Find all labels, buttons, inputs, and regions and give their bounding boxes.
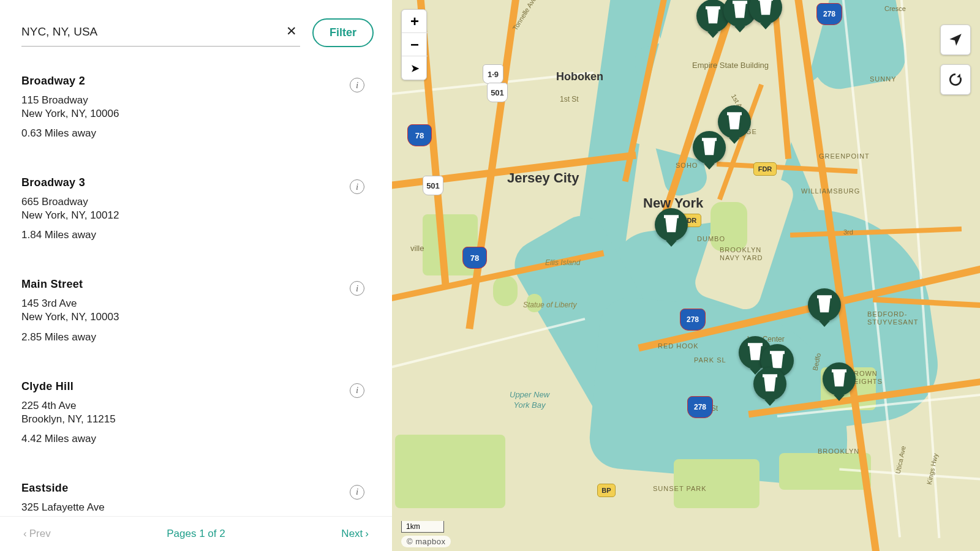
result-distance: 1.84 Miles away [21,229,371,241]
shield-501-b: 501 [423,176,443,195]
shield-i78-b: 78 [462,247,487,269]
result-item[interactable]: Main Street145 3rd AveNew York, NY, 1000… [21,257,371,358]
next-page-link[interactable]: Next › [341,528,369,540]
result-address: 325 Lafayette AveBrooklyn, NY, 11238 [21,501,371,516]
close-icon: ✕ [286,24,297,38]
refresh-button[interactable] [940,64,971,95]
info-icon: i [356,182,358,192]
compass-icon: ➤ [411,62,419,74]
map-scale: 1km [401,521,444,533]
zoom-in-button[interactable]: + [402,10,428,33]
result-address: 225 4th AveBrooklyn, NY, 11215 [21,399,371,426]
info-icon: i [356,80,358,91]
sidebar: ✕ Filter Broadway 2115 BroadwayNew York,… [0,0,392,551]
result-item[interactable]: Broadway 3665 BroadwayNew York, NY, 1001… [21,155,371,257]
map-label-redhook: RED HOOK [658,342,699,350]
shield-501-a: 501 [487,83,508,102]
map-label-3rd: 3rd [843,228,853,236]
map-label-williamsburg: WILLIAMSBURG [801,187,860,195]
result-name: Main Street [21,278,371,291]
result-name: Eastside [21,482,371,495]
map[interactable]: Jersey City Hoboken New York Empire Stat… [392,0,980,551]
info-button[interactable]: i [350,179,364,194]
shield-1-9: 1·9 [483,64,503,84]
locate-me-button[interactable] [940,24,971,55]
info-button[interactable]: i [350,78,364,92]
clear-search-button[interactable]: ✕ [286,24,297,39]
shield-i278-b: 278 [687,396,713,418]
search-row: ✕ Filter [0,0,392,47]
map-marker[interactable] [808,288,841,321]
result-name: Broadway 3 [21,176,371,189]
info-button[interactable]: i [350,383,364,398]
refresh-icon [948,72,963,88]
result-item[interactable]: Clyde Hill225 4th AveBrooklyn, NY, 11215… [21,359,371,460]
next-label: Next [341,528,363,540]
result-distance: 0.63 Miles away [21,127,371,140]
search-input[interactable] [21,19,300,47]
map-label-parksl: PARK SL [694,356,726,364]
minus-icon: − [410,36,419,53]
info-button[interactable]: i [350,485,364,500]
result-name: Broadway 2 [21,75,371,88]
result-name: Clyde Hill [21,380,371,393]
map-label-soho: SOHO [676,162,698,169]
plus-icon: + [410,13,419,30]
result-item[interactable]: Broadway 2115 BroadwayNew York, NY, 1000… [21,47,371,155]
map-zoom-control: + − ➤ [401,9,427,80]
map-label-sunset: SUNSET PARK [653,485,707,492]
map-marker[interactable] [753,367,786,400]
map-label-1st-st: 1st St [560,95,579,103]
map-marker[interactable] [823,362,856,395]
location-arrow-icon [948,32,963,48]
map-label-empire: Empire State Building [692,61,769,70]
chevron-right-icon: › [365,528,369,540]
shield-fdr-a: FDR [753,162,777,176]
filter-button[interactable]: Filter [312,18,374,47]
results-list[interactable]: Broadway 2115 BroadwayNew York, NY, 1000… [0,47,392,516]
info-button[interactable]: i [350,281,364,296]
map-label-hoboken: Hoboken [556,70,603,83]
map-label-sunny: SUNNY [870,75,897,83]
map-label-bedford: BEDFORD-STUYVESANT [867,310,918,326]
shield-i278-c: 278 [816,3,842,25]
result-distance: 2.85 Miles away [21,331,371,343]
info-icon: i [356,385,358,395]
map-label-bay: Upper NewYork Bay [510,390,549,411]
map-marker[interactable] [718,105,751,138]
result-address: 665 BroadwayNew York, NY, 10012 [21,195,371,222]
prev-label: Prev [29,528,51,540]
map-marker[interactable] [655,208,688,241]
search-wrap: ✕ [21,19,300,47]
shield-i278-a: 278 [680,309,706,331]
map-attribution: © mapbox [401,536,451,547]
info-icon: i [356,283,358,294]
map-label-cresc: Cresce [884,5,906,12]
map-label-navy: BROOKLYNNAVY YARD [720,246,763,262]
result-distance: 4.42 Miles away [21,433,371,445]
map-poi-liberty: Statue of Liberty [523,301,576,309]
map-label-jersey-city: Jersey City [507,170,579,186]
result-address: 145 3rd AveNew York, NY, 10003 [21,297,371,324]
map-label-brooklyn: BROOKLYN [818,448,859,455]
result-address: 115 BroadwayNew York, NY, 10006 [21,94,371,121]
prev-page-link[interactable]: ‹ Prev [23,528,51,540]
chevron-left-icon: ‹ [23,528,27,540]
map-poi-ellis: Ellis Island [545,258,580,267]
map-label-ville: ville [410,244,424,253]
result-item[interactable]: Eastside325 Lafayette AveBrooklyn, NY, 1… [21,460,371,516]
map-label-dumbo: DUMBO [697,235,725,242]
map-label-greenpoint: GREENPOINT [819,152,870,160]
zoom-out-button[interactable]: − [402,33,428,56]
shield-i78-a: 78 [407,124,432,146]
reset-north-button[interactable]: ➤ [402,56,428,80]
map-marker[interactable] [693,131,726,164]
pagination: ‹ Prev Pages 1 of 2 Next › [0,516,392,551]
info-icon: i [356,487,358,497]
page-info: Pages 1 of 2 [167,528,225,540]
shield-bp: BP [597,484,616,497]
